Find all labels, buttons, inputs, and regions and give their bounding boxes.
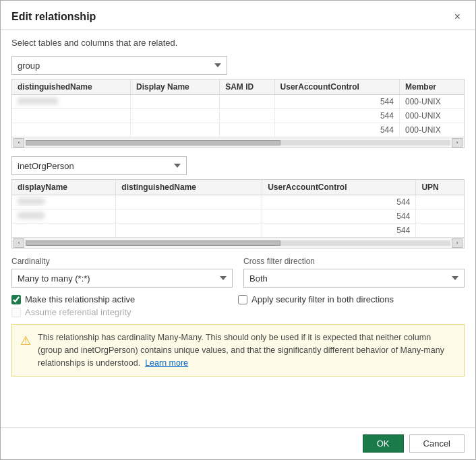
security-checkbox-group: Apply security filter in both directions <box>238 294 465 304</box>
table2-dropdown[interactable]: inetOrgPerson <box>11 156 187 175</box>
cell-member-2: 000-UNIX <box>399 109 464 123</box>
col2-upn: UPN <box>416 180 464 195</box>
cell2-dn-4 <box>116 209 262 224</box>
cell-uac-1: 544 <box>274 95 399 109</box>
table1-scrollbar[interactable]: ‹ › <box>12 137 464 147</box>
cell-dn-9 <box>220 123 274 137</box>
warning-box: ⚠ This relationship has cardinality Many… <box>11 324 465 376</box>
cell2-uac-3: 544 <box>262 224 416 238</box>
edit-relationship-dialog: Edit relationship × Select tables and co… <box>0 0 476 460</box>
security-checkbox-label[interactable]: Apply security filter in both directions <box>251 294 394 304</box>
referential-checkbox-group: Assume referential integrity <box>11 307 465 317</box>
table2-scroll[interactable]: displayName distinguishedName UserAccoun… <box>12 180 464 237</box>
cell2-dn-5 <box>12 224 116 238</box>
col2-display-name: displayName <box>12 180 116 195</box>
cell-uac-3: 544 <box>274 123 399 137</box>
cross-filter-label: Cross filter direction <box>243 257 465 266</box>
table1-scroll[interactable]: distinguishedName Display Name SAM ID Us… <box>12 79 464 137</box>
cell-dn-6 <box>220 109 274 123</box>
col2-user-account-control: UserAccountControl <box>262 180 416 195</box>
table2-scrollbar[interactable]: ‹ › <box>12 237 464 248</box>
dialog-body: Select tables and columns that are relat… <box>1 30 475 427</box>
table-row: 544 <box>12 209 464 224</box>
cell-dn-1 <box>12 95 131 109</box>
cell2-dn-3 <box>12 209 116 224</box>
table1-dropdown-container: group <box>11 56 227 75</box>
cell-uac-2: 544 <box>274 109 399 123</box>
table2-dropdown-container: inetOrgPerson <box>11 156 187 175</box>
cell-member-3: 000-UNIX <box>399 123 464 137</box>
options-row: Cardinality Many to many (*:*) Many to o… <box>11 257 465 288</box>
cardinality-dropdown[interactable]: Many to many (*:*) Many to one (*:1) One… <box>11 269 233 288</box>
active-checkbox-label[interactable]: Make this relationship active <box>25 294 135 304</box>
ok-button[interactable]: OK <box>363 434 404 453</box>
scroll-thumb-2 <box>26 240 280 246</box>
active-checkbox[interactable] <box>11 295 21 304</box>
scroll-track[interactable] <box>26 140 450 145</box>
cell2-dn-1 <box>12 195 116 209</box>
checkbox-row-1: Make this relationship active Apply secu… <box>11 294 465 304</box>
cell2-uac-2: 544 <box>262 209 416 224</box>
dialog-subtitle: Select tables and columns that are relat… <box>11 38 465 48</box>
cell2-upn-1 <box>416 195 464 209</box>
cell2-uac-1: 544 <box>262 195 416 209</box>
scroll-left-button[interactable]: ‹ <box>13 138 24 147</box>
cell-dn-7 <box>12 123 131 137</box>
col-member: Member <box>399 79 464 95</box>
cell-dn-4 <box>12 109 131 123</box>
cell-member-1: 000-UNIX <box>399 95 464 109</box>
table-row: 544 000-UNIX <box>12 95 464 109</box>
cardinality-group: Cardinality Many to many (*:*) Many to o… <box>11 257 233 288</box>
cancel-button[interactable]: Cancel <box>409 434 465 453</box>
cardinality-label: Cardinality <box>11 257 233 266</box>
scroll-track-2[interactable] <box>26 240 450 246</box>
close-button[interactable]: × <box>450 10 465 24</box>
col2-distinguished-name: distinguishedName <box>116 180 262 195</box>
cell2-dn-6 <box>116 224 262 238</box>
checkbox-row-2: Assume referential integrity <box>11 307 465 317</box>
table-row: 544 000-UNIX <box>12 109 464 123</box>
table2-container: displayName distinguishedName UserAccoun… <box>11 179 465 249</box>
scroll-thumb <box>26 140 280 145</box>
table1-container: distinguishedName Display Name SAM ID Us… <box>11 79 465 148</box>
table2: displayName distinguishedName UserAccoun… <box>12 180 464 237</box>
referential-checkbox <box>11 308 21 317</box>
table-row: 544 000-UNIX <box>12 123 464 137</box>
warning-text: This relationship has cardinality Many-M… <box>38 331 456 369</box>
cell-dn-5 <box>131 109 220 123</box>
cross-filter-group: Cross filter direction Both Single <box>243 257 465 288</box>
cross-filter-dropdown[interactable]: Both Single <box>243 269 465 288</box>
table-row: 544 <box>12 195 464 209</box>
referential-checkbox-label: Assume referential integrity <box>25 307 131 317</box>
cell-dn-8 <box>131 123 220 137</box>
dialog-title: Edit relationship <box>11 11 96 23</box>
table1-dropdown[interactable]: group <box>11 56 227 75</box>
security-checkbox[interactable] <box>238 295 247 304</box>
dialog-footer: OK Cancel <box>1 427 475 459</box>
scroll-right-button[interactable]: › <box>452 138 463 147</box>
col-display-name: Display Name <box>131 79 220 95</box>
scroll-right-button-2[interactable]: › <box>452 238 463 248</box>
cell2-dn-2 <box>116 195 262 209</box>
table-row: 544 <box>12 224 464 238</box>
table1: distinguishedName Display Name SAM ID Us… <box>12 79 464 137</box>
scroll-left-button-2[interactable]: ‹ <box>13 238 24 248</box>
cell2-upn-2 <box>416 209 464 224</box>
dialog-header: Edit relationship × <box>1 1 475 30</box>
warning-icon: ⚠ <box>20 332 31 350</box>
col-user-account-control: UserAccountControl <box>274 79 399 95</box>
cell-dn-3 <box>220 95 274 109</box>
col-sam-id: SAM ID <box>220 79 274 95</box>
cell-dn-2 <box>131 95 220 109</box>
active-checkbox-group: Make this relationship active <box>11 294 238 304</box>
col-distinguished-name: distinguishedName <box>12 79 131 95</box>
cell2-upn-3 <box>416 224 464 238</box>
learn-more-link[interactable]: Learn more <box>145 358 188 368</box>
